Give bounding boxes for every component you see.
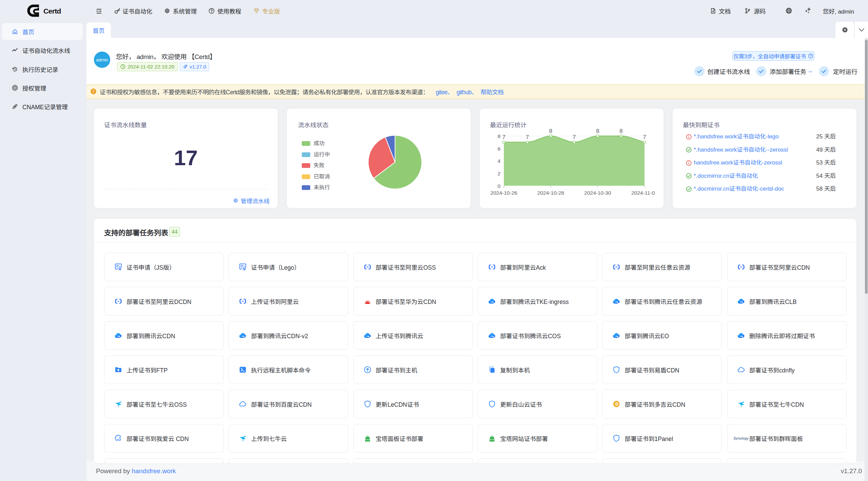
svg-text:7: 7 bbox=[526, 134, 529, 140]
svg-text:7: 7 bbox=[502, 134, 505, 140]
svg-text:2: 2 bbox=[497, 171, 500, 176]
svg-text:2024-11-01: 2024-11-01 bbox=[631, 190, 655, 196]
svg-text:8: 8 bbox=[497, 133, 500, 139]
svg-text:8: 8 bbox=[549, 128, 552, 134]
svg-text:0: 0 bbox=[497, 183, 500, 189]
svg-text:8: 8 bbox=[619, 128, 623, 134]
svg-text:2024-10-30: 2024-10-30 bbox=[584, 190, 611, 196]
svg-text:2024-10-26: 2024-10-26 bbox=[490, 190, 517, 196]
svg-text:4: 4 bbox=[497, 158, 500, 164]
svg-text:7: 7 bbox=[573, 134, 576, 140]
svg-text:7: 7 bbox=[643, 134, 646, 140]
svg-text:6: 6 bbox=[497, 146, 500, 152]
svg-text:2024-10-28: 2024-10-28 bbox=[537, 190, 564, 196]
svg-text:8: 8 bbox=[596, 128, 599, 134]
